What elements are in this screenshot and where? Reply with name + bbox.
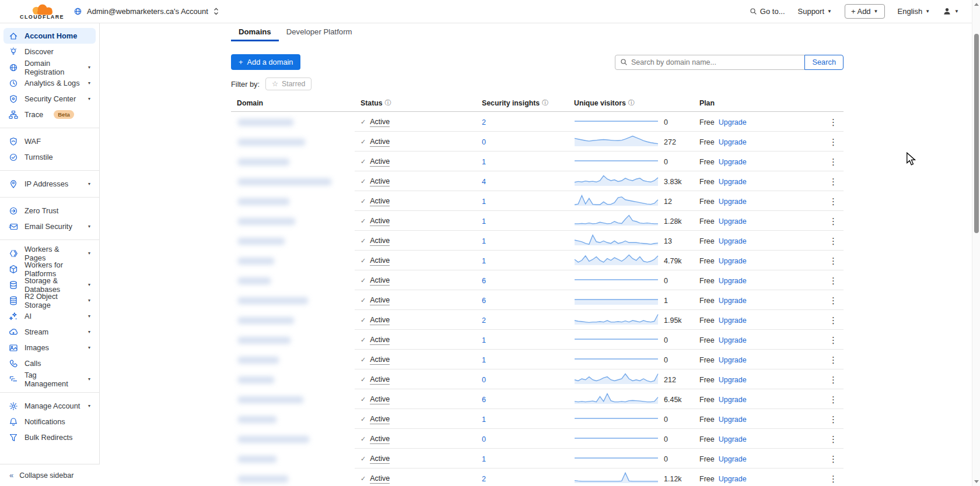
scrollbar-thumb[interactable] bbox=[974, 34, 979, 233]
status-badge[interactable]: Active bbox=[370, 138, 390, 147]
sidebar-item-bulk-redirects[interactable]: Bulk Redirects bbox=[4, 429, 96, 445]
language-menu[interactable]: English ▼ bbox=[898, 7, 930, 16]
user-menu[interactable]: ▼ bbox=[943, 7, 959, 16]
sidebar-item-ip-addresses[interactable]: IP Addresses▾ bbox=[4, 176, 96, 192]
row-menu-button[interactable]: ⋮ bbox=[829, 118, 838, 126]
add-domain-button[interactable]: + Add a domain bbox=[231, 54, 300, 70]
sidebar-item-tag-management[interactable]: Tag Management▾ bbox=[4, 371, 96, 387]
row-menu-button[interactable]: ⋮ bbox=[829, 217, 838, 226]
security-insights-link[interactable]: 1 bbox=[482, 336, 486, 344]
security-insights-link[interactable]: 6 bbox=[482, 297, 486, 305]
domain-cell[interactable] bbox=[231, 409, 355, 429]
domain-cell[interactable] bbox=[231, 251, 355, 271]
status-badge[interactable]: Active bbox=[370, 375, 390, 385]
status-badge[interactable]: Active bbox=[370, 177, 390, 186]
security-insights-link[interactable]: 1 bbox=[482, 198, 486, 206]
upgrade-link[interactable]: Upgrade bbox=[719, 475, 747, 483]
upgrade-link[interactable]: Upgrade bbox=[719, 217, 747, 226]
row-menu-button[interactable]: ⋮ bbox=[829, 237, 838, 245]
row-menu-button[interactable]: ⋮ bbox=[829, 197, 838, 206]
upgrade-link[interactable]: Upgrade bbox=[719, 316, 747, 325]
domain-cell[interactable] bbox=[231, 449, 355, 469]
sidebar-item-zero-trust[interactable]: Zero Trust bbox=[4, 203, 96, 219]
domain-cell[interactable] bbox=[231, 191, 355, 212]
row-menu-button[interactable]: ⋮ bbox=[829, 177, 838, 186]
goto-button[interactable]: Go to... bbox=[750, 7, 785, 16]
status-badge[interactable]: Active bbox=[370, 217, 390, 226]
info-icon[interactable]: ⓘ bbox=[542, 98, 548, 107]
upgrade-link[interactable]: Upgrade bbox=[719, 257, 747, 265]
status-badge[interactable]: Active bbox=[370, 415, 390, 424]
sidebar-item-images[interactable]: Images▾ bbox=[4, 340, 96, 355]
upgrade-link[interactable]: Upgrade bbox=[719, 356, 747, 364]
sidebar-item-stream[interactable]: Stream▾ bbox=[4, 324, 96, 340]
row-menu-button[interactable]: ⋮ bbox=[829, 276, 838, 285]
upgrade-link[interactable]: Upgrade bbox=[719, 118, 747, 126]
sidebar-item-domain-registration[interactable]: Domain Registration▾ bbox=[4, 59, 96, 75]
upgrade-link[interactable]: Upgrade bbox=[719, 415, 747, 424]
row-menu-button[interactable]: ⋮ bbox=[829, 375, 838, 384]
domain-cell[interactable] bbox=[231, 330, 355, 350]
row-menu-button[interactable]: ⋮ bbox=[829, 474, 838, 483]
status-badge[interactable]: Active bbox=[370, 157, 390, 167]
row-menu-button[interactable]: ⋮ bbox=[829, 395, 838, 404]
security-insights-link[interactable]: 2 bbox=[482, 118, 486, 126]
status-badge[interactable]: Active bbox=[370, 276, 390, 286]
security-insights-link[interactable]: 6 bbox=[482, 396, 486, 404]
domain-cell[interactable] bbox=[231, 290, 355, 311]
row-menu-button[interactable]: ⋮ bbox=[829, 355, 838, 364]
status-badge[interactable]: Active bbox=[370, 455, 390, 464]
security-insights-link[interactable]: 1 bbox=[482, 455, 486, 463]
upgrade-link[interactable]: Upgrade bbox=[719, 455, 747, 463]
vertical-scrollbar[interactable] bbox=[972, 0, 980, 486]
info-icon[interactable]: ⓘ bbox=[628, 98, 635, 107]
row-menu-button[interactable]: ⋮ bbox=[829, 336, 838, 344]
sidebar-item-workers-pages[interactable]: Workers & Pages▾ bbox=[4, 245, 96, 261]
add-menu-button[interactable]: + Add ▼ bbox=[845, 4, 885, 19]
sidebar-item-email-security[interactable]: Email Security▾ bbox=[4, 219, 96, 234]
domain-cell[interactable] bbox=[231, 469, 355, 486]
upgrade-link[interactable]: Upgrade bbox=[719, 396, 747, 404]
sidebar-item-manage-account[interactable]: Manage Account▾ bbox=[4, 398, 96, 414]
upgrade-link[interactable]: Upgrade bbox=[719, 297, 747, 305]
security-insights-link[interactable]: 0 bbox=[482, 376, 486, 384]
security-insights-link[interactable]: 1 bbox=[482, 158, 486, 166]
cloudflare-logo[interactable]: CLOUDFLARE bbox=[20, 3, 64, 20]
security-insights-link[interactable]: 0 bbox=[482, 138, 486, 146]
domain-cell[interactable] bbox=[231, 270, 355, 291]
sidebar-item-security-center[interactable]: Security Center▾ bbox=[4, 91, 96, 107]
row-menu-button[interactable]: ⋮ bbox=[829, 157, 838, 166]
security-insights-link[interactable]: 1 bbox=[482, 237, 486, 245]
row-menu-button[interactable]: ⋮ bbox=[829, 316, 838, 325]
domain-cell[interactable] bbox=[231, 350, 355, 370]
sidebar-item-r2-object-storage[interactable]: R2 Object Storage▾ bbox=[4, 293, 96, 308]
security-insights-link[interactable]: 2 bbox=[482, 316, 486, 325]
upgrade-link[interactable]: Upgrade bbox=[719, 158, 747, 166]
domain-cell[interactable] bbox=[231, 152, 355, 172]
sidebar-item-waf[interactable]: WAF bbox=[4, 133, 96, 149]
sidebar-item-ai[interactable]: AI▾ bbox=[4, 308, 96, 324]
security-insights-link[interactable]: 0 bbox=[482, 435, 486, 443]
tab-developer-platform[interactable]: Developer Platform bbox=[279, 23, 360, 41]
domain-cell[interactable] bbox=[231, 132, 355, 152]
upgrade-link[interactable]: Upgrade bbox=[719, 435, 747, 443]
status-badge[interactable]: Active bbox=[370, 355, 390, 365]
status-badge[interactable]: Active bbox=[370, 197, 390, 206]
status-badge[interactable]: Active bbox=[370, 336, 390, 345]
status-badge[interactable]: Active bbox=[370, 296, 390, 305]
search-box[interactable] bbox=[615, 55, 805, 70]
domain-cell[interactable] bbox=[231, 310, 355, 330]
upgrade-link[interactable]: Upgrade bbox=[719, 376, 747, 384]
domain-cell[interactable] bbox=[231, 231, 355, 251]
search-button[interactable]: Search bbox=[804, 55, 844, 70]
upgrade-link[interactable]: Upgrade bbox=[719, 277, 747, 285]
upgrade-link[interactable]: Upgrade bbox=[719, 336, 747, 344]
sidebar-item-turnstile[interactable]: Turnstile bbox=[4, 149, 96, 165]
row-menu-button[interactable]: ⋮ bbox=[829, 415, 838, 424]
upgrade-link[interactable]: Upgrade bbox=[719, 138, 747, 146]
status-badge[interactable]: Active bbox=[370, 316, 390, 325]
domain-cell[interactable] bbox=[231, 112, 355, 132]
status-badge[interactable]: Active bbox=[370, 395, 390, 404]
upgrade-link[interactable]: Upgrade bbox=[719, 237, 747, 245]
domain-cell[interactable] bbox=[231, 429, 355, 449]
